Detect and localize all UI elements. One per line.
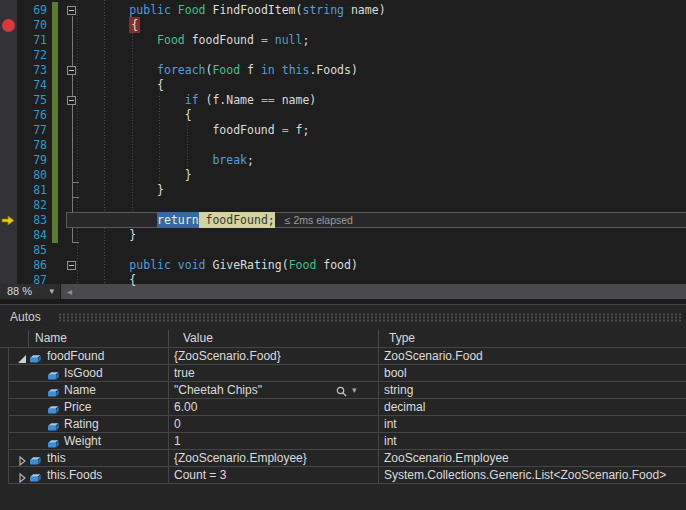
autos-row[interactable]: Rating0int <box>0 416 686 433</box>
code-line-77[interactable]: 77foodFound = f; <box>0 123 686 138</box>
variable-type: int <box>384 433 397 450</box>
variable-value: true <box>174 365 195 382</box>
code-text: foodFound = f; <box>74 123 686 138</box>
variable-type: ZooScenario.Employee <box>384 450 509 467</box>
code-line-73[interactable]: 73foreach(Food f in this.Foods) <box>0 63 686 78</box>
fold-collapse-box[interactable] <box>67 96 76 105</box>
code-text: { <box>74 78 686 93</box>
code-editor[interactable]: 69public Food FindFoodItem(string name)7… <box>0 0 686 284</box>
code-line-71[interactable]: 71Food foodFound = null; <box>0 33 686 48</box>
autos-row[interactable]: Weight1int <box>0 433 686 450</box>
code-line-80[interactable]: 80} <box>0 168 686 183</box>
line-number: 74 <box>17 78 47 93</box>
column-header-name[interactable]: Name <box>35 329 67 347</box>
code-text: public void GiveRating(Food food) <box>74 258 686 273</box>
line-number: 85 <box>17 243 47 258</box>
code-line-84[interactable]: 84} <box>0 228 686 243</box>
field-icon <box>47 386 60 396</box>
line-number: 69 <box>17 3 47 18</box>
code-text: } <box>74 228 686 243</box>
variable-type: decimal <box>384 399 425 416</box>
variable-type: ZooScenario.Food <box>384 348 483 365</box>
autos-row[interactable]: this.FoodsCount = 3System.Collections.Ge… <box>0 467 686 484</box>
line-number: 70 <box>17 18 47 33</box>
variable-name: foodFound <box>47 348 104 365</box>
line-number: 86 <box>17 258 47 273</box>
autos-row[interactable]: foodFound{ZooScenario.Food}ZooScenario.F… <box>0 348 686 365</box>
expand-expander-icon[interactable] <box>17 471 27 481</box>
line-number: 73 <box>17 63 47 78</box>
variable-value: {ZooScenario.Employee} <box>174 450 307 467</box>
visual-studio-debug-view: 69public Food FindFoodItem(string name)7… <box>0 0 686 510</box>
field-icon <box>47 369 60 379</box>
column-header-value[interactable]: Value <box>183 329 213 347</box>
code-text: { <box>74 273 686 288</box>
column-header-type[interactable]: Type <box>389 329 415 347</box>
autos-column-headers: Name Value Type <box>0 329 686 348</box>
code-line-87[interactable]: 87{ <box>0 273 686 288</box>
code-line-86[interactable]: 86public void GiveRating(Food food) <box>0 258 686 273</box>
variable-type: string <box>384 382 413 399</box>
field-icon <box>47 437 60 447</box>
code-line-69[interactable]: 69public Food FindFoodItem(string name) <box>0 3 686 18</box>
code-text: public Food FindFoodItem(string name) <box>74 3 686 18</box>
variable-value: 0 <box>174 416 181 433</box>
code-text: foreach(Food f in this.Foods) <box>74 63 686 78</box>
fold-collapse-box[interactable] <box>67 261 76 270</box>
line-number: 78 <box>17 138 47 153</box>
variable-name: Weight <box>64 433 101 450</box>
field-icon <box>47 403 60 413</box>
code-line-74[interactable]: 74{ <box>0 78 686 93</box>
autos-panel: Autos Name Value Type foodFound{ZooScena… <box>0 304 686 510</box>
variable-value: {ZooScenario.Food} <box>174 348 281 365</box>
header-separator <box>28 330 29 347</box>
code-line-70[interactable]: 70{ <box>0 18 686 33</box>
autos-panel-title: Autos <box>10 305 41 329</box>
autos-row[interactable]: Price6.00decimal <box>0 399 686 416</box>
code-line-82[interactable]: 82 <box>0 198 686 213</box>
code-text: Food foodFound = null; <box>74 33 686 48</box>
code-text: } <box>74 183 686 198</box>
code-line-79[interactable]: 79break; <box>0 153 686 168</box>
line-number: 87 <box>17 273 47 288</box>
perf-tip[interactable]: ≤ 2ms elapsed <box>285 214 353 226</box>
code-text: if (f.Name == name) <box>74 93 686 108</box>
variable-value: 1 <box>174 433 181 450</box>
variable-type: int <box>384 416 397 433</box>
collapse-expander-icon[interactable] <box>17 352 27 362</box>
variable-name: Price <box>64 399 91 416</box>
code-line-72[interactable]: 72 <box>0 48 686 63</box>
dock-grip-dots <box>58 313 681 322</box>
line-number: 80 <box>17 168 47 183</box>
header-separator[interactable] <box>168 330 169 347</box>
code-text: { <box>74 108 686 123</box>
expand-expander-icon[interactable] <box>17 454 27 464</box>
autos-row[interactable]: Name"Cheetah Chips"▾string <box>0 382 686 399</box>
autos-row[interactable]: this{ZooScenario.Employee}ZooScenario.Em… <box>0 450 686 467</box>
field-icon <box>29 352 42 362</box>
code-line-75[interactable]: 75if (f.Name == name) <box>0 93 686 108</box>
autos-title-bar[interactable]: Autos <box>0 305 686 329</box>
variable-name: IsGood <box>64 365 103 382</box>
field-icon <box>29 471 42 481</box>
header-separator[interactable] <box>378 330 379 347</box>
line-number: 75 <box>17 93 47 108</box>
autos-row[interactable]: IsGoodtruebool <box>0 365 686 382</box>
breakpoint-icon[interactable] <box>2 19 15 32</box>
code-line-83[interactable]: 83return foodFound;≤ 2ms elapsed <box>0 213 686 228</box>
line-number: 81 <box>17 183 47 198</box>
line-number: 76 <box>17 108 47 123</box>
variable-name: this <box>47 450 66 467</box>
fold-collapse-box[interactable] <box>67 6 76 15</box>
code-text: } <box>74 168 686 183</box>
visualizer-dropdown-icon[interactable]: ▾ <box>352 382 357 399</box>
fold-collapse-box[interactable] <box>67 66 76 75</box>
line-number: 71 <box>17 33 47 48</box>
code-text: { <box>74 18 686 33</box>
code-line-85[interactable]: 85 <box>0 243 686 258</box>
code-line-81[interactable]: 81} <box>0 183 686 198</box>
code-line-78[interactable]: 78 <box>0 138 686 153</box>
variable-type: System.Collections.Generic.List<ZooScena… <box>384 467 666 484</box>
code-line-76[interactable]: 76{ <box>0 108 686 123</box>
line-number: 77 <box>17 123 47 138</box>
